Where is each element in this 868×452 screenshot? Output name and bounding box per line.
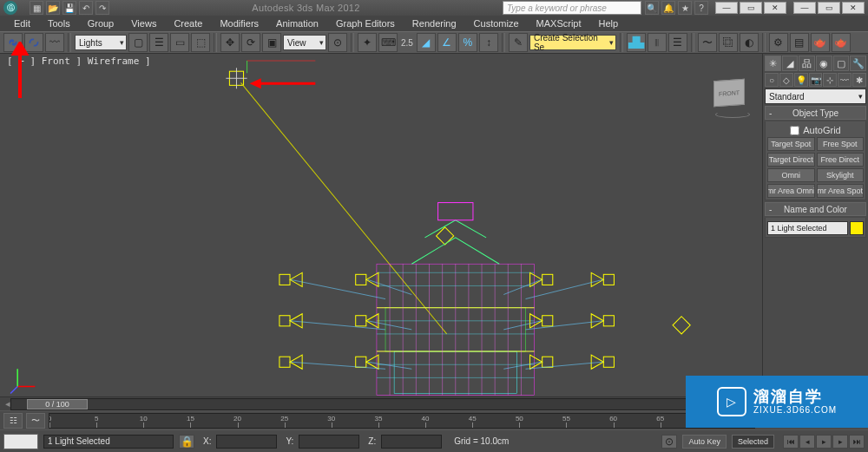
inner-min-button[interactable]: — [715,2,738,14]
keyboard-shortcut-icon[interactable]: ⌨ [378,33,398,52]
y-coord-input[interactable] [299,435,359,449]
help-search-input[interactable]: Type a keyword or phrase [503,1,641,15]
menu-views[interactable]: Views [122,16,165,30]
goto-start-icon[interactable]: ⏮ [783,435,799,449]
spinner-value[interactable]: 2.5 [401,35,413,50]
named-selection-dropdown[interactable]: Create Selection Se [529,35,616,50]
omni-button[interactable]: Omni [767,168,815,182]
target-direct-button[interactable]: Target Direct [767,153,815,167]
track-bar-ruler[interactable]: 051015202530354045505560657075 [49,413,755,429]
menu-create[interactable]: Create [165,16,211,30]
help-icon[interactable]: ? [694,1,708,15]
track-bar-config-icon[interactable]: ☷ [3,413,23,429]
utilities-tab-icon[interactable]: 🔧 [850,56,866,71]
align-icon[interactable]: ⫴ [648,33,667,52]
render-iterative-icon[interactable]: 🫖 [832,33,851,52]
curve-editor-icon[interactable]: 〜 [698,33,717,52]
modify-tab-icon[interactable]: ◢ [782,56,799,71]
mirror-icon[interactable]: ▟▙ [627,33,646,52]
max-button[interactable]: ▭ [818,2,840,14]
free-direct-button[interactable]: Free Direct [817,153,865,167]
save-icon[interactable]: 💾 [62,1,76,15]
key-filters-dropdown[interactable]: Selected [732,435,774,449]
x-coord-input[interactable] [216,435,277,449]
goto-end-icon[interactable]: ⏭ [849,435,865,449]
isolate-icon[interactable]: ⊙ [661,435,677,449]
spinner-snap-icon[interactable]: ↕ [479,33,498,52]
prev-frame-icon[interactable]: ◂ [799,435,815,449]
object-type-rollout-header[interactable]: Object Type [765,106,866,120]
name-color-rollout-header[interactable]: Name and Color [765,202,866,216]
select-object-icon[interactable]: ▢ [128,33,148,52]
use-center-icon[interactable]: ⊙ [328,33,347,52]
lock-selection-icon[interactable]: 🔒 [179,435,194,449]
systems-cat-icon[interactable]: ✱ [852,73,866,87]
menu-maxscript[interactable]: MAXScript [528,16,590,30]
helpers-cat-icon[interactable]: ⊹ [823,73,837,87]
motion-tab-icon[interactable]: ◉ [816,56,832,71]
material-editor-icon[interactable]: ◐ [740,33,759,52]
undo-icon[interactable]: ↶ [79,1,93,15]
inner-close-button[interactable]: ✕ [764,2,786,14]
move-icon[interactable]: ✥ [220,33,240,52]
geometry-cat-icon[interactable]: ○ [765,73,779,87]
scale-icon[interactable]: ▣ [262,33,281,52]
autogrid-checkbox[interactable] [790,126,799,135]
spacewarps-cat-icon[interactable]: 〰 [838,73,852,87]
menu-animation[interactable]: Animation [267,16,327,30]
target-spot-button[interactable]: Target Spot [767,137,815,151]
inner-max-button[interactable]: ▭ [740,2,762,14]
autokey-button[interactable]: Auto Key [682,435,727,449]
mr-area-omni-button[interactable]: mr Area Omni [767,184,815,198]
snap-toggle-icon[interactable]: ◢ [417,33,436,52]
open-icon[interactable]: 📂 [46,1,60,15]
search-go-icon[interactable]: 🔍 [645,1,659,15]
menu-group[interactable]: Group [79,16,123,30]
free-spot-button[interactable]: Free Spot [817,137,865,151]
angle-snap-icon[interactable]: ∠ [437,33,457,52]
mr-area-spot-button[interactable]: mr Area Spot [817,184,865,198]
select-by-name-icon[interactable]: ☰ [149,33,168,52]
maxscript-listener-icon[interactable] [3,434,38,449]
redo-icon[interactable]: ↷ [95,1,109,15]
select-region-rect-icon[interactable]: ▭ [170,33,189,52]
create-tab-icon[interactable]: ✳ [765,56,781,71]
next-frame-icon[interactable]: ▸ [832,435,848,449]
percent-snap-icon[interactable]: % [458,33,477,52]
comm-center-icon[interactable]: 🔔 [661,1,675,15]
window-crossing-icon[interactable]: ⬚ [191,33,210,52]
manipulate-icon[interactable]: ✦ [358,33,377,52]
light-category-dropdown[interactable]: Standard [765,88,866,104]
object-name-input[interactable]: 1 Light Selected [767,221,848,235]
selection-filter-dropdown[interactable]: Lights [75,35,127,50]
play-icon[interactable]: ▸ [816,435,832,449]
layers-icon[interactable]: ☰ [668,33,687,52]
menu-graph-editors[interactable]: Graph Editors [327,16,404,30]
menu-customize[interactable]: Customize [465,16,528,30]
render-setup-icon[interactable]: ⚙ [769,33,788,52]
favorites-icon[interactable]: ★ [678,1,692,15]
close-button[interactable]: ✕ [842,2,865,14]
cameras-cat-icon[interactable]: 📷 [809,73,823,87]
edit-named-sel-icon[interactable]: ✎ [509,33,528,52]
menu-edit[interactable]: Edit [5,16,39,30]
menu-help[interactable]: Help [590,16,628,30]
bind-spacewarp-icon[interactable]: 〰 [45,33,64,52]
render-production-icon[interactable]: 🫖 [811,33,830,52]
z-coord-input[interactable] [381,435,442,449]
menu-rendering[interactable]: Rendering [404,16,465,30]
time-slider-track[interactable]: 0 / 100 [10,398,757,410]
ref-coord-dropdown[interactable]: View [283,35,326,50]
rotate-icon[interactable]: ⟳ [241,33,260,52]
schematic-view-icon[interactable]: ⿻ [719,33,738,52]
shapes-cat-icon[interactable]: ◇ [779,73,793,87]
hierarchy-tab-icon[interactable]: 品 [799,56,815,71]
viewport[interactable]: [ + ] Front ] Wireframe ] FRONT [0,54,762,396]
mini-curve-editor-icon[interactable]: 〜 [26,413,45,429]
menu-modifiers[interactable]: Modifiers [211,16,267,30]
time-slider-thumb[interactable]: 0 / 100 [27,399,88,409]
display-tab-icon[interactable]: ▢ [833,56,850,71]
object-color-swatch[interactable] [850,221,864,235]
menu-tools[interactable]: Tools [39,16,79,30]
skylight-button[interactable]: Skylight [817,168,865,182]
